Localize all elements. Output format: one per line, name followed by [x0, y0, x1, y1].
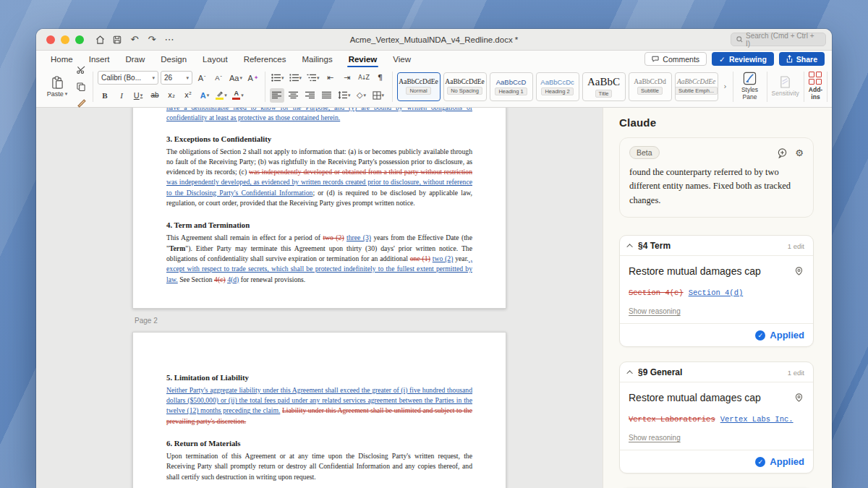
tab-references[interactable]: References	[244, 51, 286, 67]
sort-button[interactable]: A↓Z	[357, 71, 371, 85]
numbered-list-button[interactable]: ▾	[288, 71, 304, 85]
style-heading-1[interactable]: AaBbCcDHeading 1	[490, 72, 533, 101]
ribbon: Paste▾ Calibri (Bo...▾ 26▾ Aˆ Aˇ	[36, 67, 832, 108]
document-canvas[interactable]: have a demonstrable need to know for the…	[36, 108, 603, 488]
more-styles-icon[interactable]: ›	[723, 82, 728, 90]
comments-button[interactable]: Comments	[644, 52, 707, 66]
home-icon[interactable]	[91, 33, 109, 47]
copy-button[interactable]	[74, 80, 88, 94]
page-2-label: Page 2	[135, 317, 603, 325]
tab-draw[interactable]: Draw	[125, 51, 145, 67]
menu-bar: HomeInsertDrawDesignLayoutReferencesMail…	[36, 51, 832, 67]
style-subtle-emph-[interactable]: AaBbCcDdEeSubtle Emph...	[675, 72, 718, 101]
diff-removed-text: Vertex Laboratories	[629, 415, 715, 424]
tab-design[interactable]: Design	[161, 51, 187, 67]
edit-count: 1 edit	[788, 369, 804, 377]
new-chat-icon[interactable]	[777, 147, 788, 158]
location-pin-icon[interactable]	[793, 265, 804, 276]
title-bar: ↶ ↷ ⋯ Acme_Vertex_MutualNDA_v4_Redline.d…	[36, 29, 832, 51]
doc-heading-6: 6. Return of Materials	[166, 439, 472, 448]
add-ins-icon	[809, 72, 822, 85]
doc-heading-4: 4. Term and Termination	[166, 221, 472, 229]
justify-button[interactable]	[320, 88, 334, 103]
style-no-spacing[interactable]: AaBbCcDdEeNo Spacing	[443, 72, 487, 101]
claude-message-text: found the counterparty referred to by tw…	[629, 166, 804, 207]
settings-gear-icon[interactable]: ⚙	[795, 147, 804, 158]
location-pin-icon[interactable]	[793, 392, 804, 403]
text-effects-button[interactable]: A▾	[197, 88, 212, 103]
minimize-window-button[interactable]	[61, 35, 69, 44]
styles-gallery: AaBbCcDdEeNormalAaBbCcDdEeNo SpacingAaBb…	[397, 72, 718, 101]
borders-button[interactable]: ▾	[371, 88, 386, 103]
font-color-button[interactable]: A▾	[231, 88, 245, 103]
bold-button[interactable]: B	[98, 88, 112, 103]
paste-button[interactable]: Paste▾	[43, 70, 71, 103]
style-subtitle[interactable]: AaBbCcDdSubtitle	[629, 72, 672, 101]
strikethrough-button[interactable]: ab	[148, 88, 162, 103]
clear-formatting-button[interactable]: A✦	[246, 71, 260, 85]
highlight-color-button[interactable]: ▾	[214, 88, 229, 103]
superscript-button[interactable]: x²	[181, 88, 195, 103]
shrink-font-button[interactable]: Aˇ	[211, 71, 226, 85]
doc-paragraph-6: Upon termination of this Agreement or at…	[166, 451, 472, 482]
doc-paragraph-5: Neither Party's aggregate liability unde…	[166, 385, 472, 427]
tab-view[interactable]: View	[393, 51, 411, 67]
redo-icon[interactable]: ↷	[143, 33, 161, 47]
doc-paragraph-4: This Agreement shall remain in effect fo…	[166, 233, 472, 284]
style-heading-2[interactable]: AaBbCcDcHeading 2	[536, 72, 579, 101]
close-window-button[interactable]	[46, 35, 55, 44]
align-right-button[interactable]	[303, 88, 318, 103]
sensitivity-button: Sensitivity	[772, 69, 799, 104]
italic-button[interactable]: I	[114, 88, 129, 103]
word-window: ↶ ↷ ⋯ Acme_Vertex_MutualNDA_v4_Redline.d…	[36, 29, 832, 488]
show-paragraph-marks-button[interactable]: ¶	[373, 71, 388, 85]
dropdown-arrow-icon: ▾	[65, 91, 68, 97]
comment-icon	[652, 56, 659, 62]
line-spacing-button[interactable]: ▾	[336, 88, 352, 103]
show-reasoning-link[interactable]: Show reasoning	[629, 307, 804, 315]
search-placeholder: Search (Cmd + Ctrl + I)	[746, 32, 820, 48]
subscript-button[interactable]: x₂	[164, 88, 179, 103]
tab-insert[interactable]: Insert	[89, 51, 110, 67]
style-normal[interactable]: AaBbCcDdEeNormal	[397, 72, 441, 101]
font-size-select[interactable]: 26▾	[161, 71, 192, 85]
show-reasoning-link[interactable]: Show reasoning	[629, 434, 804, 442]
undo-icon[interactable]: ↶	[126, 33, 143, 47]
share-button[interactable]: Share	[779, 52, 825, 66]
reviewing-mode-button[interactable]: ✓ Reviewing	[712, 52, 774, 66]
bullet-list-button[interactable]: ▾	[270, 71, 286, 85]
align-center-button[interactable]	[286, 88, 301, 103]
collapse-chevron-icon[interactable]	[626, 244, 632, 249]
shading-button[interactable]: ◇▾	[354, 88, 369, 103]
search-input[interactable]: Search (Cmd + Ctrl + I)	[731, 33, 826, 46]
underline-button[interactable]: U▾	[131, 88, 145, 103]
align-left-button[interactable]	[270, 88, 284, 103]
cut-button[interactable]	[74, 63, 88, 77]
styles-pane-button[interactable]: Styles Pane	[738, 69, 762, 104]
zoom-window-button[interactable]	[75, 35, 84, 44]
add-ins-button[interactable]: Add-ins	[809, 69, 822, 104]
collapse-chevron-icon[interactable]	[626, 370, 632, 376]
tab-home[interactable]: Home	[51, 51, 73, 67]
style-title[interactable]: AaBbCTitle	[582, 72, 626, 101]
applied-status[interactable]: Applied	[770, 456, 804, 467]
change-case-button[interactable]: Aa▾	[228, 71, 244, 85]
increase-indent-button[interactable]: ⇥	[340, 71, 354, 85]
grow-font-button[interactable]: Aˆ	[195, 71, 209, 85]
tab-layout[interactable]: Layout	[203, 51, 228, 67]
tab-review[interactable]: Review	[349, 51, 378, 67]
check-icon: ✓	[719, 55, 726, 64]
document-page-1[interactable]: have a demonstrable need to know for the…	[132, 108, 506, 309]
applied-status[interactable]: Applied	[770, 330, 804, 341]
font-name-select[interactable]: Calibri (Bo...▾	[98, 71, 158, 85]
save-icon[interactable]	[109, 33, 126, 47]
beta-badge: Beta	[629, 146, 660, 159]
decrease-indent-button[interactable]: ⇤	[323, 71, 338, 85]
multilevel-list-button[interactable]: ▾	[305, 71, 321, 85]
more-actions-icon[interactable]: ⋯	[161, 33, 178, 47]
share-icon	[786, 55, 793, 63]
edit-diff: Section 4(c)Section 4(d)	[629, 288, 804, 297]
applied-check-icon: ✓	[755, 457, 765, 467]
tab-mailings[interactable]: Mailings	[302, 51, 332, 67]
document-page-2[interactable]: 5. Limitation of Liability Neither Party…	[132, 332, 506, 488]
